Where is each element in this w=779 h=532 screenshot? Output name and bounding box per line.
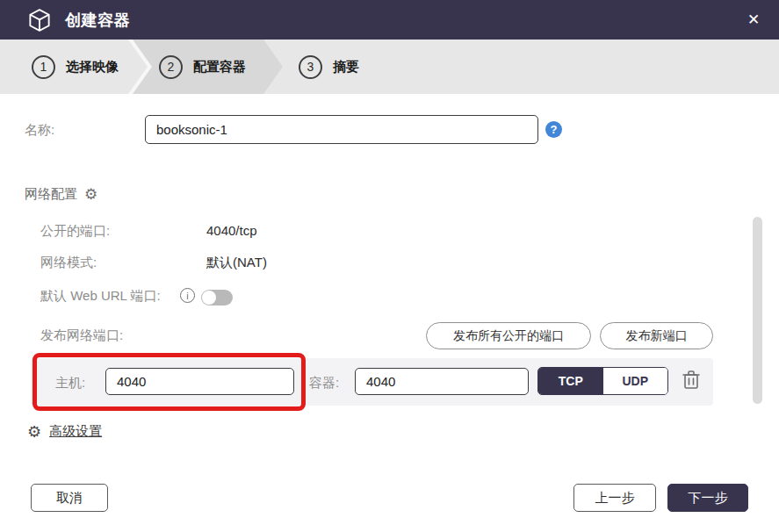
step-number: 1 bbox=[32, 55, 55, 79]
step-number: 2 bbox=[159, 55, 183, 79]
network-mode-value: 默认(NAT) bbox=[206, 255, 267, 271]
step-configure-container[interactable]: 2 配置容器 bbox=[159, 40, 246, 94]
step-summary[interactable]: 3 摘要 bbox=[299, 40, 359, 94]
trash-icon[interactable] bbox=[682, 369, 701, 390]
toggle-knob bbox=[202, 291, 216, 305]
info-icon[interactable]: i bbox=[180, 288, 195, 303]
advanced-settings-link[interactable]: 高级设置 bbox=[49, 423, 102, 440]
container-port-label: 容器: bbox=[309, 375, 339, 392]
protocol-segmented-control: TCP UDP bbox=[537, 367, 668, 395]
advanced-settings[interactable]: ⚙ 高级设置 bbox=[27, 423, 102, 440]
dialog-titlebar: 创建容器 bbox=[0, 0, 779, 40]
dialog-title: 创建容器 bbox=[65, 10, 130, 31]
step-label: 选择映像 bbox=[66, 59, 119, 75]
cancel-button[interactable]: 取消 bbox=[31, 484, 108, 512]
network-config-section-title: 网络配置 ⚙ bbox=[25, 186, 97, 203]
gear-icon: ⚙ bbox=[27, 424, 41, 440]
protocol-tcp-button[interactable]: TCP bbox=[538, 368, 603, 394]
name-label: 名称: bbox=[25, 122, 54, 139]
help-icon[interactable]: ? bbox=[545, 121, 562, 138]
network-mode-label: 网络模式: bbox=[40, 255, 97, 271]
step-select-image[interactable]: 1 选择映像 bbox=[32, 40, 119, 94]
publish-all-ports-button[interactable]: 发布所有公开的端口 bbox=[426, 322, 591, 349]
step-label: 摘要 bbox=[333, 59, 359, 75]
exposed-ports-value: 4040/tcp bbox=[206, 223, 257, 238]
protocol-udp-button[interactable]: UDP bbox=[603, 368, 668, 394]
next-step-button[interactable]: 下一步 bbox=[667, 484, 748, 512]
network-config-label: 网络配置 bbox=[25, 186, 77, 203]
vertical-scrollbar-thumb[interactable] bbox=[753, 217, 762, 404]
publish-ports-label: 发布网络端口: bbox=[40, 327, 123, 344]
host-port-label: 主机: bbox=[55, 375, 85, 392]
close-icon[interactable]: ✕ bbox=[742, 9, 765, 32]
web-url-port-label: 默认 Web URL 端口: bbox=[40, 288, 161, 305]
host-port-input[interactable] bbox=[105, 368, 294, 395]
step-wizard: 1 选择映像 2 配置容器 3 摘要 bbox=[0, 40, 779, 94]
step-label: 配置容器 bbox=[193, 59, 246, 75]
container-port-input[interactable] bbox=[355, 368, 529, 395]
publish-new-port-button[interactable]: 发布新端口 bbox=[600, 322, 713, 349]
gear-icon[interactable]: ⚙ bbox=[84, 187, 97, 202]
previous-step-button[interactable]: 上一步 bbox=[573, 484, 656, 512]
container-cube-icon bbox=[26, 7, 53, 33]
step-number: 3 bbox=[299, 55, 322, 79]
exposed-ports-label: 公开的端口: bbox=[40, 223, 110, 240]
container-name-input[interactable] bbox=[145, 115, 538, 144]
web-url-toggle[interactable] bbox=[201, 290, 233, 306]
